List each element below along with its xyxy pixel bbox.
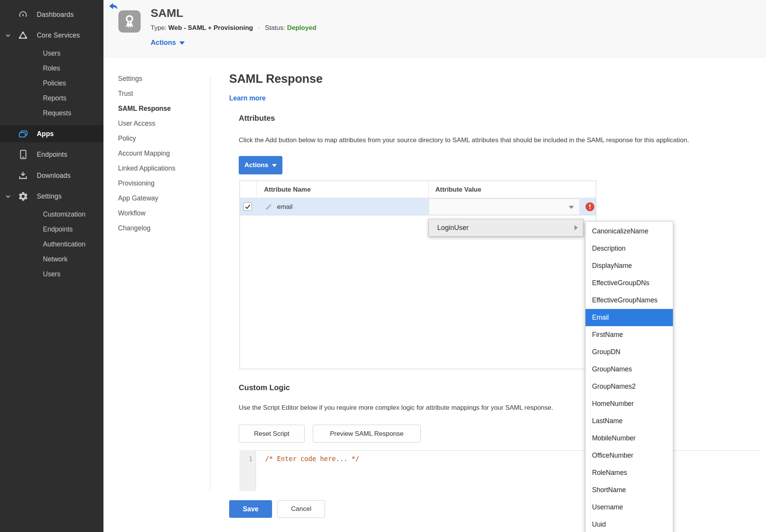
submenu-arrow-icon [574,225,578,230]
gear-icon [17,190,29,202]
actions-button-label: Actions [244,161,268,169]
tab-workflow[interactable]: Workflow [118,207,146,219]
edit-pencil-icon[interactable] [265,203,272,210]
attribute-value-dropdown[interactable] [429,199,580,215]
chevron-down-icon[interactable] [5,32,11,39]
menu-option-username[interactable]: Username [586,499,673,516]
tab-settings[interactable]: Settings [118,73,142,84]
preview-saml-response-button[interactable]: Preview SAML Response [313,425,421,443]
tablet-icon [17,149,29,160]
sidebar-subitem-policies[interactable]: Policies [43,76,103,90]
sidebar-item-label: Apps [37,130,54,138]
tab-linked-applications[interactable]: Linked Applications [118,163,176,174]
attributes-actions-button[interactable]: Actions [239,156,282,174]
core-services-icon [17,30,29,41]
custom-logic-description: Use the Script Editor below if you requi… [239,404,553,412]
sidebar-item-downloads[interactable]: Downloads [0,167,103,184]
script-editor: 1 /* Enter code here... */ [239,450,761,491]
sidebar-subitem-requests[interactable]: Requests [43,106,103,120]
type-label: Type: [151,24,167,31]
menu-option-rolenames[interactable]: RoleNames [586,464,673,481]
value-submenu: CanonicalizeName Description DisplayName… [585,221,673,532]
code-placeholder-comment: /* Enter code here... */ [265,455,359,463]
sidebar-item-settings[interactable]: Settings [0,188,103,205]
sidebar-subitem-reports[interactable]: Reports [43,91,103,105]
tab-saml-response[interactable]: SAML Response [118,103,171,114]
menu-option-uuid[interactable]: Uuid [586,516,673,532]
menu-option-shortname[interactable]: ShortName [586,481,673,499]
tab-trust[interactable]: Trust [118,88,133,99]
app-meta-line: Type: Web - SAML + Provisioning · Status… [151,24,317,32]
status-label: Status: [265,24,285,31]
menu-option-description[interactable]: Description [586,240,673,257]
nav-content-divider [210,77,210,491]
sidebar-subitem-authentication[interactable]: Authentication [43,237,103,251]
chevron-down-icon [272,164,277,167]
sidebar-item-label: Endpoints [37,151,67,159]
app-header: SAML Type: Web - SAML + Provisioning · S… [103,0,766,57]
table-header-row: Attribute Name Attribute Value [240,181,596,198]
meta-separator: · [258,24,260,31]
attributes-description: Click the Add button below to map attrib… [239,136,689,144]
download-icon [17,170,29,181]
menu-option-officenumber[interactable]: OfficeNumber [586,447,673,464]
tab-policy[interactable]: Policy [118,133,136,144]
award-ribbon-icon [118,10,141,33]
checkmark-icon [245,204,251,210]
sidebar-item-dashboards[interactable]: Dashboards [0,6,103,23]
header-actions-menu[interactable]: Actions [151,39,185,47]
sidebar-subitem-network[interactable]: Network [43,252,103,266]
menu-option-canonicalizename[interactable]: CanonicalizeName [586,223,673,240]
attributes-table: Attribute Name Attribute Value email [239,181,596,369]
attribute-name-cell: email [277,198,293,215]
code-editor-area[interactable]: /* Enter code here... */ [256,451,760,491]
sidebar-item-core-services[interactable]: Core Services [0,27,103,44]
tab-account-mapping[interactable]: Account Mapping [118,148,170,159]
menu-option-email[interactable]: Email [586,309,673,326]
sidebar-subitem-customization[interactable]: Customization [43,207,103,222]
menu-option-displayname[interactable]: DisplayName [586,257,673,274]
row-checkbox[interactable] [243,202,252,211]
back-arrow-icon[interactable] [109,2,119,11]
sidebar-item-label: Downloads [37,172,71,180]
error-icon [586,202,594,211]
reset-script-button[interactable]: Reset Script [239,425,305,443]
menu-option-lastname[interactable]: LastName [586,412,673,430]
sidebar-subitem-users[interactable]: Users [43,46,103,61]
menu-option-groupdn[interactable]: GroupDN [586,343,673,361]
sidebar-subitem-users-settings[interactable]: Users [43,267,103,281]
tab-user-access[interactable]: User Access [118,118,155,129]
save-button[interactable]: Save [229,500,272,518]
value-menu-loginuser[interactable]: LoginUser [428,219,584,236]
chevron-down-icon[interactable] [5,193,11,200]
sidebar-subitem-roles[interactable]: Roles [43,61,103,76]
column-divider [428,181,429,198]
tab-provisioning[interactable]: Provisioning [118,177,154,189]
learn-more-link[interactable]: Learn more [229,94,266,102]
tab-app-gateway[interactable]: App Gateway [118,192,158,204]
page-app-title: SAML [151,7,183,20]
menu-option-effectivegroupdns[interactable]: EffectiveGroupDNs [586,274,673,292]
menu-option-groupnames[interactable]: GroupNames [586,361,673,378]
sidebar-item-label: Dashboards [37,11,74,19]
header-actions-label: Actions [151,39,176,47]
editor-gutter: 1 [239,451,256,491]
sidebar-subitem-endpoints[interactable]: Endpoints [43,222,103,236]
table-row-email[interactable]: email [240,198,596,215]
page-title: SAML Response [229,72,323,86]
tab-changelog[interactable]: Changelog [118,222,151,234]
cancel-button[interactable]: Cancel [277,500,325,518]
menu-option-groupnames2[interactable]: GroupNames2 [586,378,673,395]
menu-option-homenumber[interactable]: HomeNumber [586,395,673,412]
menu-option-firstname[interactable]: FirstName [586,326,673,343]
attributes-heading: Attributes [239,114,275,123]
menu-option-effectivegroupnames[interactable]: EffectiveGroupNames [586,292,673,309]
apps-icon [17,128,29,140]
sidebar-item-apps[interactable]: Apps [0,125,103,142]
menu-option-mobilenumber[interactable]: MobileNumber [586,430,673,447]
chevron-down-icon [569,206,574,209]
custom-logic-heading: Custom Logic [239,383,290,392]
gauge-icon [17,9,29,20]
status-badge: Deployed [287,24,317,31]
sidebar-item-endpoints[interactable]: Endpoints [0,146,103,163]
